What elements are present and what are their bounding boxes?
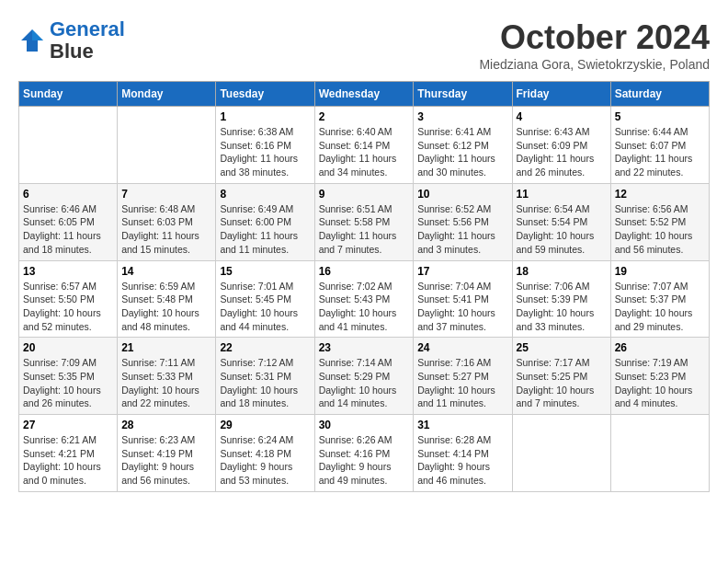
day-info: Sunrise: 6:21 AM Sunset: 4:21 PM Dayligh… bbox=[23, 433, 113, 488]
calendar-cell: 9Sunrise: 6:51 AM Sunset: 5:58 PM Daylig… bbox=[314, 183, 414, 260]
calendar-cell bbox=[610, 415, 709, 492]
day-number: 13 bbox=[23, 265, 113, 278]
calendar-week-row: 1Sunrise: 6:38 AM Sunset: 6:16 PM Daylig… bbox=[19, 107, 710, 184]
day-info: Sunrise: 6:44 AM Sunset: 6:07 PM Dayligh… bbox=[615, 125, 705, 179]
calendar-cell: 11Sunrise: 6:54 AM Sunset: 5:54 PM Dayli… bbox=[512, 183, 610, 260]
day-info: Sunrise: 6:51 AM Sunset: 5:58 PM Dayligh… bbox=[319, 202, 410, 257]
title-block: October 2024 Miedziana Gora, Swietokrzys… bbox=[479, 18, 710, 72]
day-number: 31 bbox=[417, 419, 507, 431]
location-title: Miedziana Gora, Swietokrzyskie, Poland bbox=[479, 57, 710, 72]
weekday-header: Friday bbox=[512, 82, 610, 107]
weekday-header-row: SundayMondayTuesdayWednesdayThursdayFrid… bbox=[19, 82, 710, 107]
calendar-table: SundayMondayTuesdayWednesdayThursdayFrid… bbox=[18, 81, 710, 492]
weekday-header: Tuesday bbox=[216, 82, 314, 107]
calendar-cell: 30Sunrise: 6:26 AM Sunset: 4:16 PM Dayli… bbox=[314, 415, 414, 492]
day-info: Sunrise: 7:07 AM Sunset: 5:37 PM Dayligh… bbox=[615, 280, 705, 334]
day-number: 11 bbox=[517, 188, 607, 201]
day-info: Sunrise: 6:48 AM Sunset: 6:03 PM Dayligh… bbox=[121, 202, 211, 257]
logo-icon bbox=[18, 27, 46, 54]
calendar-cell: 18Sunrise: 7:06 AM Sunset: 5:39 PM Dayli… bbox=[512, 260, 610, 338]
calendar-cell bbox=[118, 107, 216, 184]
calendar-cell: 22Sunrise: 7:12 AM Sunset: 5:31 PM Dayli… bbox=[216, 338, 314, 415]
weekday-header: Thursday bbox=[414, 82, 512, 107]
calendar-cell: 17Sunrise: 7:04 AM Sunset: 5:41 PM Dayli… bbox=[414, 260, 512, 338]
weekday-header: Saturday bbox=[610, 82, 709, 107]
day-number: 27 bbox=[23, 419, 113, 431]
calendar-cell bbox=[512, 415, 610, 492]
day-number: 4 bbox=[517, 110, 607, 123]
day-number: 25 bbox=[517, 341, 607, 354]
day-info: Sunrise: 7:06 AM Sunset: 5:39 PM Dayligh… bbox=[517, 280, 607, 334]
calendar-cell: 31Sunrise: 6:28 AM Sunset: 4:14 PM Dayli… bbox=[414, 415, 512, 492]
day-number: 14 bbox=[121, 265, 211, 278]
day-info: Sunrise: 6:49 AM Sunset: 6:00 PM Dayligh… bbox=[220, 202, 310, 257]
day-number: 3 bbox=[417, 110, 507, 123]
day-info: Sunrise: 6:57 AM Sunset: 5:50 PM Dayligh… bbox=[23, 280, 113, 334]
day-info: Sunrise: 7:02 AM Sunset: 5:43 PM Dayligh… bbox=[319, 280, 410, 334]
calendar-cell: 3Sunrise: 6:41 AM Sunset: 6:12 PM Daylig… bbox=[414, 107, 512, 184]
calendar-cell: 14Sunrise: 6:59 AM Sunset: 5:48 PM Dayli… bbox=[118, 260, 216, 338]
day-info: Sunrise: 6:24 AM Sunset: 4:18 PM Dayligh… bbox=[220, 433, 310, 488]
calendar-cell: 15Sunrise: 7:01 AM Sunset: 5:45 PM Dayli… bbox=[216, 260, 314, 338]
calendar-cell: 8Sunrise: 6:49 AM Sunset: 6:00 PM Daylig… bbox=[216, 183, 314, 260]
calendar-cell: 27Sunrise: 6:21 AM Sunset: 4:21 PM Dayli… bbox=[19, 415, 118, 492]
calendar-cell: 10Sunrise: 6:52 AM Sunset: 5:56 PM Dayli… bbox=[414, 183, 512, 260]
day-number: 29 bbox=[220, 419, 310, 431]
day-number: 30 bbox=[319, 419, 410, 431]
calendar-cell: 29Sunrise: 6:24 AM Sunset: 4:18 PM Dayli… bbox=[216, 415, 314, 492]
calendar-cell: 13Sunrise: 6:57 AM Sunset: 5:50 PM Dayli… bbox=[19, 260, 118, 338]
day-number: 8 bbox=[220, 188, 310, 201]
calendar-cell: 6Sunrise: 6:46 AM Sunset: 6:05 PM Daylig… bbox=[19, 183, 118, 260]
calendar-cell: 5Sunrise: 6:44 AM Sunset: 6:07 PM Daylig… bbox=[610, 107, 709, 184]
calendar-cell bbox=[19, 107, 118, 184]
day-number: 21 bbox=[121, 341, 211, 354]
month-title: October 2024 bbox=[479, 18, 710, 57]
calendar-cell: 24Sunrise: 7:16 AM Sunset: 5:27 PM Dayli… bbox=[414, 338, 512, 415]
calendar-week-row: 13Sunrise: 6:57 AM Sunset: 5:50 PM Dayli… bbox=[19, 260, 710, 338]
calendar-week-row: 20Sunrise: 7:09 AM Sunset: 5:35 PM Dayli… bbox=[19, 338, 710, 415]
day-info: Sunrise: 7:09 AM Sunset: 5:35 PM Dayligh… bbox=[23, 356, 113, 410]
day-number: 6 bbox=[23, 188, 113, 201]
weekday-header: Monday bbox=[118, 82, 216, 107]
logo: GeneralBlue bbox=[18, 18, 125, 63]
calendar-cell: 19Sunrise: 7:07 AM Sunset: 5:37 PM Dayli… bbox=[610, 260, 709, 338]
svg-marker-1 bbox=[32, 29, 43, 40]
day-number: 15 bbox=[220, 265, 310, 278]
day-info: Sunrise: 6:54 AM Sunset: 5:54 PM Dayligh… bbox=[517, 202, 607, 257]
day-number: 7 bbox=[121, 188, 211, 201]
day-info: Sunrise: 6:59 AM Sunset: 5:48 PM Dayligh… bbox=[121, 280, 211, 334]
day-info: Sunrise: 6:41 AM Sunset: 6:12 PM Dayligh… bbox=[417, 125, 507, 179]
day-info: Sunrise: 7:12 AM Sunset: 5:31 PM Dayligh… bbox=[220, 356, 310, 410]
day-number: 22 bbox=[220, 341, 310, 354]
calendar-cell: 16Sunrise: 7:02 AM Sunset: 5:43 PM Dayli… bbox=[314, 260, 414, 338]
day-number: 28 bbox=[121, 419, 211, 431]
day-number: 5 bbox=[615, 110, 705, 123]
day-info: Sunrise: 6:56 AM Sunset: 5:52 PM Dayligh… bbox=[615, 202, 705, 257]
day-info: Sunrise: 7:19 AM Sunset: 5:23 PM Dayligh… bbox=[615, 356, 705, 410]
calendar-cell: 26Sunrise: 7:19 AM Sunset: 5:23 PM Dayli… bbox=[610, 338, 709, 415]
calendar-week-row: 6Sunrise: 6:46 AM Sunset: 6:05 PM Daylig… bbox=[19, 183, 710, 260]
day-info: Sunrise: 6:43 AM Sunset: 6:09 PM Dayligh… bbox=[517, 125, 607, 179]
day-number: 2 bbox=[319, 110, 410, 123]
calendar-cell: 7Sunrise: 6:48 AM Sunset: 6:03 PM Daylig… bbox=[118, 183, 216, 260]
day-info: Sunrise: 6:46 AM Sunset: 6:05 PM Dayligh… bbox=[23, 202, 113, 257]
day-number: 17 bbox=[417, 265, 507, 278]
day-number: 24 bbox=[417, 341, 507, 354]
day-info: Sunrise: 6:28 AM Sunset: 4:14 PM Dayligh… bbox=[417, 433, 507, 488]
day-info: Sunrise: 7:01 AM Sunset: 5:45 PM Dayligh… bbox=[220, 280, 310, 334]
day-number: 19 bbox=[615, 265, 705, 278]
calendar-cell: 21Sunrise: 7:11 AM Sunset: 5:33 PM Dayli… bbox=[118, 338, 216, 415]
day-number: 10 bbox=[417, 188, 507, 201]
day-number: 12 bbox=[615, 188, 705, 201]
day-info: Sunrise: 6:26 AM Sunset: 4:16 PM Dayligh… bbox=[319, 433, 410, 488]
calendar-cell: 12Sunrise: 6:56 AM Sunset: 5:52 PM Dayli… bbox=[610, 183, 709, 260]
calendar-cell: 25Sunrise: 7:17 AM Sunset: 5:25 PM Dayli… bbox=[512, 338, 610, 415]
day-number: 23 bbox=[319, 341, 410, 354]
day-number: 26 bbox=[615, 341, 705, 354]
day-number: 16 bbox=[319, 265, 410, 278]
calendar-cell: 2Sunrise: 6:40 AM Sunset: 6:14 PM Daylig… bbox=[314, 107, 414, 184]
day-info: Sunrise: 7:17 AM Sunset: 5:25 PM Dayligh… bbox=[517, 356, 607, 410]
day-number: 1 bbox=[220, 110, 310, 123]
calendar-cell: 23Sunrise: 7:14 AM Sunset: 5:29 PM Dayli… bbox=[314, 338, 414, 415]
day-info: Sunrise: 7:04 AM Sunset: 5:41 PM Dayligh… bbox=[417, 280, 507, 334]
